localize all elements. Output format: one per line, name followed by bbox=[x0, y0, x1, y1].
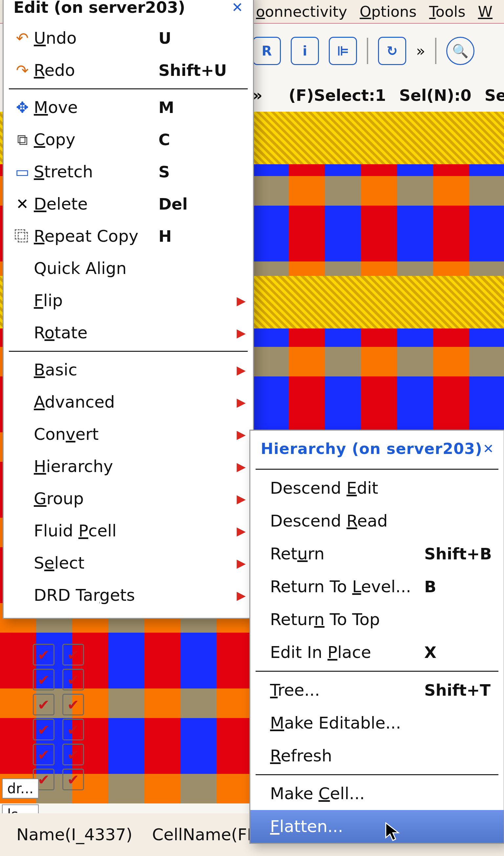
menu-item-group[interactable]: Group ▶ bbox=[4, 482, 253, 515]
hierarchy-submenu: Hierarchy (on server203) ✕ Descend Edit … bbox=[249, 430, 504, 844]
menu-item-advanced[interactable]: Advanced ▶ bbox=[4, 386, 253, 418]
menu-item-flatten[interactable]: Flatten... bbox=[250, 810, 504, 843]
accel: Shift+T bbox=[424, 681, 490, 699]
menu-item-flip[interactable]: Flip ▶ bbox=[4, 285, 253, 316]
delete-icon: ✕ bbox=[11, 195, 34, 213]
submenu-arrow-icon: ▶ bbox=[237, 492, 246, 506]
status-cellname: CellName(FIL bbox=[152, 825, 261, 844]
menu-item-convert[interactable]: Convert ▶ bbox=[4, 418, 253, 450]
submenu-arrow-icon: ▶ bbox=[237, 363, 246, 377]
layer-check[interactable]: ✔ bbox=[33, 669, 54, 690]
toolbar: R i ⊫ ↻ » 🔍 bbox=[253, 31, 504, 71]
submenu-arrow-icon: ▶ bbox=[237, 395, 246, 409]
status-name: Name(I_4337) bbox=[16, 825, 132, 844]
menu-item-undo[interactable]: ↶ Undo U bbox=[4, 22, 253, 54]
accel: S bbox=[159, 162, 224, 181]
copy-icon: ⧉ bbox=[11, 131, 34, 149]
toolbar-separator-2 bbox=[435, 38, 436, 64]
unpin-icon[interactable]: ✕ bbox=[232, 0, 243, 15]
menu-item-tree[interactable]: Tree... Shift+T bbox=[250, 674, 504, 706]
toolbar-overflow-icon[interactable]: » bbox=[416, 42, 425, 60]
seln-indicator: Sel(N):0 bbox=[399, 86, 471, 104]
layer-check[interactable]: ✔ bbox=[62, 644, 84, 666]
accel: Shift+U bbox=[159, 61, 227, 80]
accel: Del bbox=[159, 195, 224, 213]
toolbar-separator bbox=[367, 38, 368, 64]
menu-item-select[interactable]: Select ▶ bbox=[4, 547, 253, 579]
menu-item-move[interactable]: ✥ Move M bbox=[4, 91, 253, 123]
info-icon[interactable]: i bbox=[291, 37, 319, 65]
menubar-item-options[interactable]: Options bbox=[360, 3, 417, 20]
stretch-icon: ▭ bbox=[11, 163, 34, 181]
menu-item-fluid-pcell[interactable]: Fluid Pcell ▶ bbox=[4, 515, 253, 547]
menu-separator bbox=[9, 351, 248, 352]
hierarchy-title-label: Hierarchy (on server203) bbox=[260, 440, 483, 458]
menu-item-descend-read[interactable]: Descend Read bbox=[250, 504, 504, 537]
menu-item-basic[interactable]: Basic ▶ bbox=[4, 354, 253, 386]
menu-item-refresh[interactable]: Refresh bbox=[250, 739, 504, 772]
menu-separator bbox=[256, 469, 499, 470]
toolbar-status: » (F)Select:1 Sel(N):0 Se bbox=[253, 82, 504, 108]
refresh-icon[interactable]: ↻ bbox=[378, 37, 406, 65]
menu-item-rotate[interactable]: Rotate ▶ bbox=[4, 316, 253, 349]
menu-item-redo[interactable]: ↷ Redo Shift+U bbox=[4, 54, 253, 86]
layer-check[interactable]: ✔ bbox=[62, 744, 84, 765]
undo-icon: ↶ bbox=[11, 29, 34, 47]
ruler-icon[interactable]: ⊫ bbox=[329, 37, 357, 65]
accel: U bbox=[159, 29, 224, 47]
layer-check[interactable]: ✔ bbox=[62, 769, 84, 790]
menu-item-return[interactable]: Return Shift+B bbox=[250, 537, 504, 570]
menu-item-return-to-level[interactable]: Return To Level... B bbox=[250, 570, 504, 603]
layer-check[interactable]: ✔ bbox=[33, 744, 54, 765]
menu-item-descend-edit[interactable]: Descend Edit bbox=[250, 472, 504, 504]
menu-separator bbox=[9, 88, 248, 89]
menubar-item-w[interactable]: W bbox=[478, 3, 493, 20]
hierarchy-submenu-title: Hierarchy (on server203) ✕ bbox=[250, 431, 504, 467]
menu-item-stretch[interactable]: ▭ Stretch S bbox=[4, 156, 253, 188]
layer-check[interactable]: ✔ bbox=[62, 694, 84, 715]
side-dr[interactable]: dr... bbox=[2, 778, 39, 799]
menu-item-quick-align[interactable]: Quick Align bbox=[4, 252, 253, 285]
submenu-arrow-icon: ▶ bbox=[237, 524, 246, 538]
edit-menu-title: Edit (on server203) ✕ bbox=[4, 0, 253, 22]
accel: X bbox=[424, 643, 490, 662]
layer-check[interactable]: ✔ bbox=[33, 719, 54, 740]
redo-icon: ↷ bbox=[11, 62, 34, 79]
menu-item-make-editable[interactable]: Make Editable... bbox=[250, 706, 504, 739]
layer-check[interactable]: ✔ bbox=[33, 694, 54, 715]
edit-menu: Edit (on server203) ✕ ↶ Undo U ↷ Redo Sh… bbox=[3, 0, 254, 619]
toolbar2-overflow-icon[interactable]: » bbox=[253, 86, 263, 104]
layer-check[interactable]: ✔ bbox=[62, 669, 84, 690]
r-icon[interactable]: R bbox=[253, 37, 281, 65]
layer-visibility-checks: ✔ ✔ ✔ ✔ ✔ ✔ ✔ ✔ ✔ ✔ ✔ ✔ bbox=[33, 644, 89, 790]
repeat-copy-icon: ⿻ bbox=[11, 227, 34, 245]
zoom-icon[interactable]: 🔍 bbox=[446, 37, 474, 65]
menu-item-repeat-copy[interactable]: ⿻ Repeat Copy H bbox=[4, 220, 253, 252]
menu-item-delete[interactable]: ✕ Delete Del bbox=[4, 188, 253, 220]
menu-item-drd-targets[interactable]: DRD Targets ▶ bbox=[4, 579, 253, 611]
menu-separator bbox=[256, 774, 499, 775]
layer-check[interactable]: ✔ bbox=[62, 719, 84, 740]
layer-check[interactable]: ✔ bbox=[33, 644, 54, 666]
submenu-arrow-icon: ▶ bbox=[237, 588, 246, 602]
accel: H bbox=[159, 227, 224, 245]
menu-item-return-to-top[interactable]: Return To Top bbox=[250, 603, 504, 636]
se-trail-indicator: Se bbox=[485, 86, 504, 104]
menubar-item-connectivity[interactable]: oonnectivityonnectivity bbox=[256, 3, 347, 20]
accel: Shift+B bbox=[424, 545, 492, 563]
fselect-indicator: (F)Select:1 bbox=[289, 86, 386, 104]
submenu-arrow-icon: ▶ bbox=[237, 294, 246, 307]
cursor-icon bbox=[384, 822, 400, 842]
menu-item-make-cell[interactable]: Make Cell... bbox=[250, 777, 504, 810]
submenu-arrow-icon: ▶ bbox=[237, 428, 246, 441]
submenu-arrow-icon: ▶ bbox=[237, 460, 246, 473]
accel: M bbox=[159, 98, 224, 117]
menu-item-edit-in-place[interactable]: Edit In Place X bbox=[250, 636, 504, 669]
submenu-arrow-icon: ▶ bbox=[237, 326, 246, 340]
menu-separator bbox=[256, 671, 499, 672]
unpin-icon[interactable]: ✕ bbox=[483, 441, 494, 456]
move-icon: ✥ bbox=[11, 99, 34, 116]
menu-item-hierarchy[interactable]: Hierarchy ▶ bbox=[4, 450, 253, 482]
menu-item-copy[interactable]: ⧉ Copy C bbox=[4, 123, 253, 156]
menubar-item-tools[interactable]: Tools bbox=[429, 3, 466, 20]
